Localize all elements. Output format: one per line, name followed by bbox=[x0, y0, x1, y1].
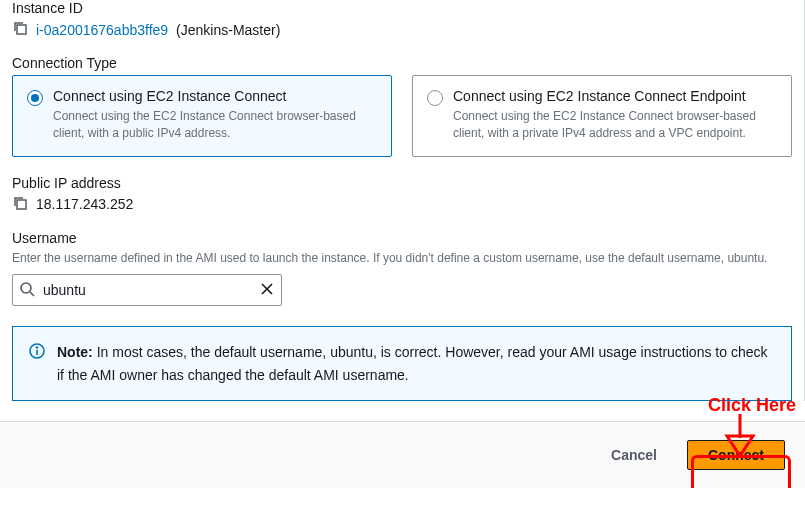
clear-icon[interactable] bbox=[259, 281, 275, 300]
username-help: Enter the username defined in the AMI us… bbox=[12, 250, 792, 267]
radio-description: Connect using the EC2 Instance Connect b… bbox=[453, 108, 777, 142]
svg-point-2 bbox=[21, 283, 31, 293]
radio-icon bbox=[27, 90, 43, 106]
search-icon bbox=[19, 281, 35, 300]
username-input[interactable] bbox=[41, 281, 253, 299]
instance-id-label: Instance ID bbox=[12, 0, 792, 16]
radio-description: Connect using the EC2 Instance Connect b… bbox=[53, 108, 377, 142]
connection-type-label: Connection Type bbox=[12, 55, 792, 71]
radio-icon bbox=[427, 90, 443, 106]
footer: Cancel Connect bbox=[0, 421, 805, 488]
instance-id-link[interactable]: i-0a2001676abb3ffe9 bbox=[36, 22, 168, 38]
connect-button[interactable]: Connect bbox=[687, 440, 785, 470]
cancel-button[interactable]: Cancel bbox=[591, 441, 677, 469]
instance-name: (Jenkins-Master) bbox=[176, 22, 280, 38]
public-ip-value: 18.117.243.252 bbox=[36, 196, 133, 212]
info-icon bbox=[29, 341, 45, 386]
connection-option-ec2-instance-connect-endpoint[interactable]: Connect using EC2 Instance Connect Endpo… bbox=[412, 75, 792, 157]
copy-icon[interactable] bbox=[12, 20, 28, 39]
svg-point-8 bbox=[37, 347, 38, 348]
username-label: Username bbox=[12, 230, 792, 246]
username-input-wrapper[interactable] bbox=[12, 274, 282, 306]
svg-line-3 bbox=[30, 292, 34, 296]
radio-title: Connect using EC2 Instance Connect bbox=[53, 88, 377, 104]
copy-icon[interactable] bbox=[12, 195, 28, 214]
info-text: Note: In most cases, the default usernam… bbox=[57, 341, 775, 386]
connection-option-ec2-instance-connect[interactable]: Connect using EC2 Instance Connect Conne… bbox=[12, 75, 392, 157]
radio-title: Connect using EC2 Instance Connect Endpo… bbox=[453, 88, 777, 104]
svg-rect-1 bbox=[17, 200, 26, 209]
public-ip-label: Public IP address bbox=[12, 175, 792, 191]
info-box: Note: In most cases, the default usernam… bbox=[12, 326, 792, 401]
svg-rect-0 bbox=[17, 25, 26, 34]
